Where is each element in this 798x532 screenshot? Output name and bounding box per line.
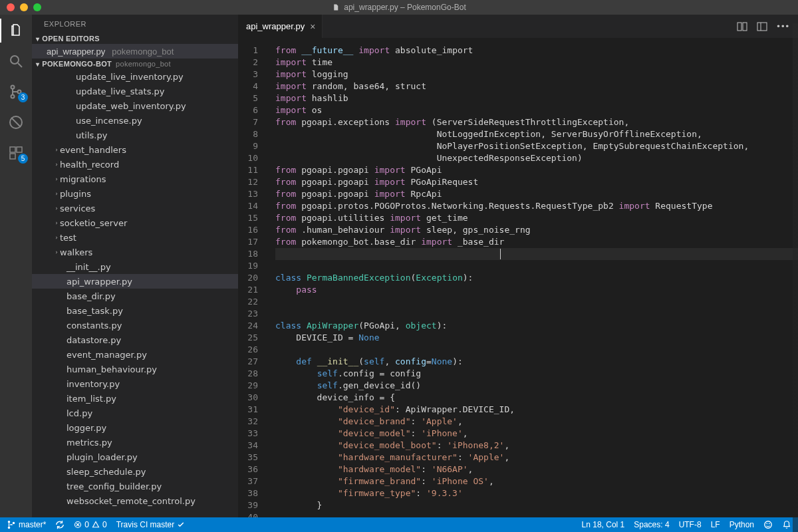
code-line[interactable]: from pgoapi.exceptions import (ServerSid…	[275, 116, 798, 128]
code-line[interactable]: from pgoapi.pgoapi import PGoApiRequest	[275, 176, 798, 188]
tree-file[interactable]: ›update_live_inventory.py	[32, 69, 238, 84]
code-line[interactable]	[275, 308, 798, 320]
encoding-status[interactable]: UTF-8	[679, 520, 702, 529]
tree-file[interactable]: ›item_list.py	[32, 391, 238, 406]
travis-status[interactable]: Travis CI master	[116, 520, 186, 529]
problems-status[interactable]: 0 0	[74, 520, 106, 529]
tree-file[interactable]: ›tree_config_builder.py	[32, 479, 238, 493]
tree-file[interactable]: ›base_dir.py	[32, 289, 238, 303]
minimize-window-button[interactable]	[20, 3, 28, 11]
tree-file[interactable]: ›utils.py	[32, 128, 238, 142]
tree-file[interactable]: ›__init__.py	[32, 259, 238, 274]
code-line[interactable]: import os	[275, 104, 798, 116]
code-editor[interactable]: 1234567891011121314151617181920212223242…	[238, 38, 798, 517]
code-line[interactable]: "hardware_manufacturer": 'Apple',	[275, 452, 798, 464]
branch-status[interactable]: master*	[7, 520, 46, 529]
tab-api-wrapper[interactable]: api_wrapper.py ×	[238, 15, 323, 38]
code-line[interactable]: "device_model_boot": 'iPhone8,2',	[275, 440, 798, 452]
project-section-header[interactable]: ▾ POKEMONGO-BOT pokemongo_bot	[32, 59, 238, 69]
code-content[interactable]: from __future__ import absolute_importim…	[270, 38, 798, 517]
code-line[interactable]: import random, base64, struct	[275, 80, 798, 92]
code-line[interactable]: }	[275, 499, 798, 511]
debug-activity[interactable]	[7, 113, 25, 132]
tree-file[interactable]: ›plugin_loader.py	[32, 450, 238, 464]
code-line[interactable]: import logging	[275, 68, 798, 80]
tree-file[interactable]: ›human_behaviour.py	[32, 362, 238, 376]
language-status[interactable]: Python	[730, 520, 754, 529]
tree-file[interactable]: ›update_web_inventory.py	[32, 98, 238, 113]
tree-file[interactable]: ›sleep_schedule.py	[32, 464, 238, 479]
code-line[interactable]: from .human_behaviour import sleep, gps_…	[275, 224, 798, 236]
explorer-activity[interactable]	[7, 21, 25, 40]
open-editors-section-header[interactable]: ▾ OPEN EDITORS	[32, 33, 238, 44]
code-line[interactable]: from pgoapi.utilities import get_time	[275, 212, 798, 224]
tree-file[interactable]: ›constants.py	[32, 318, 238, 332]
code-line[interactable]: import hashlib	[275, 92, 798, 104]
feedback-status[interactable]	[763, 520, 773, 529]
code-line[interactable]: NoPlayerPositionSetException, EmptySubre…	[275, 140, 798, 152]
tree-file[interactable]: ›logger.py	[32, 420, 238, 435]
eol-status[interactable]: LF	[711, 520, 720, 529]
tree-file[interactable]: ›api_wrapper.py	[32, 274, 238, 289]
code-line[interactable]	[275, 260, 798, 272]
code-line[interactable]: self.gen_device_id()	[275, 380, 798, 392]
tree-folder[interactable]: ›event_handlers	[32, 142, 238, 157]
code-line[interactable]: NotLoggedInException, ServerBusyOrOfflin…	[275, 128, 798, 140]
tree-file[interactable]: ›datastore.py	[32, 332, 238, 347]
maximize-window-button[interactable]	[33, 3, 41, 11]
code-line[interactable]: pass	[275, 284, 798, 296]
code-line[interactable]	[275, 248, 798, 260]
code-line[interactable]: device_info = {	[275, 392, 798, 404]
code-line[interactable]: from pgoapi.pgoapi import RpcApi	[275, 188, 798, 200]
code-line[interactable]: def __init__(self, config=None):	[275, 356, 798, 368]
code-line[interactable]: DEVICE_ID = None	[275, 332, 798, 344]
code-line[interactable]: "device_id": ApiWrapper.DEVICE_ID,	[275, 404, 798, 416]
tree-file[interactable]: ›event_manager.py	[32, 347, 238, 362]
split-editor-icon[interactable]	[737, 21, 747, 32]
code-line[interactable]: "firmware_brand": 'iPhone OS',	[275, 475, 798, 487]
code-line[interactable]: self.config = config	[275, 368, 798, 380]
tree-folder[interactable]: ›socketio_server	[32, 215, 238, 230]
code-line[interactable]	[275, 511, 798, 517]
tree-folder[interactable]: ›services	[32, 201, 238, 215]
notifications-status[interactable]	[782, 520, 791, 529]
code-line[interactable]: "device_brand": 'Apple',	[275, 416, 798, 428]
close-window-button[interactable]	[7, 3, 15, 11]
code-line[interactable]: from pgoapi.protos.POGOProtos.Networking…	[275, 200, 798, 212]
tree-file[interactable]: ›lcd.py	[32, 406, 238, 420]
code-line[interactable]: from pgoapi.pgoapi import PGoApi	[275, 164, 798, 176]
tree-file[interactable]: ›base_task.py	[32, 303, 238, 318]
code-line[interactable]: "hardware_model": 'N66AP',	[275, 464, 798, 475]
indentation-status[interactable]: Spaces: 4	[634, 520, 669, 529]
tree-file[interactable]: ›update_live_stats.py	[32, 84, 238, 98]
code-line[interactable]: UnexpectedResponseException)	[275, 152, 798, 164]
tree-folder[interactable]: ›plugins	[32, 186, 238, 201]
layout-icon[interactable]	[757, 21, 767, 32]
code-line[interactable]: from __future__ import absolute_import	[275, 45, 798, 57]
code-line[interactable]	[275, 296, 798, 308]
code-line[interactable]: "device_model": 'iPhone',	[275, 428, 798, 440]
close-icon[interactable]: ×	[310, 21, 315, 32]
code-line[interactable]	[275, 344, 798, 356]
tree-folder[interactable]: ›health_record	[32, 157, 238, 172]
code-line[interactable]: class ApiWrapper(PGoApi, object):	[275, 320, 798, 332]
code-line[interactable]: from pokemongo_bot.base_dir import _base…	[275, 236, 798, 248]
code-line[interactable]: class PermaBannedException(Exception):	[275, 272, 798, 284]
search-activity[interactable]	[7, 52, 25, 70]
sync-status[interactable]	[55, 520, 65, 529]
more-actions-icon[interactable]: •••	[777, 21, 790, 31]
file-tree[interactable]: ›update_live_inventory.py›update_live_st…	[32, 69, 238, 517]
scm-activity[interactable]: 3	[7, 82, 25, 101]
code-line[interactable]: import time	[275, 57, 798, 68]
cursor-position-status[interactable]: Ln 18, Col 1	[582, 520, 625, 529]
tree-folder[interactable]: ›walkers	[32, 245, 238, 259]
tree-folder[interactable]: ›test	[32, 230, 238, 245]
code-line[interactable]: "firmware_type": '9.3.3'	[275, 487, 798, 499]
minimap[interactable]	[793, 23, 798, 517]
tree-file[interactable]: ›websocket_remote_control.py	[32, 493, 238, 508]
extensions-activity[interactable]: 5	[7, 144, 25, 162]
tree-file[interactable]: ›use_incense.py	[32, 113, 238, 128]
tree-file[interactable]: ›inventory.py	[32, 376, 238, 391]
tree-folder[interactable]: ›migrations	[32, 172, 238, 186]
tree-file[interactable]: ›metrics.py	[32, 435, 238, 450]
